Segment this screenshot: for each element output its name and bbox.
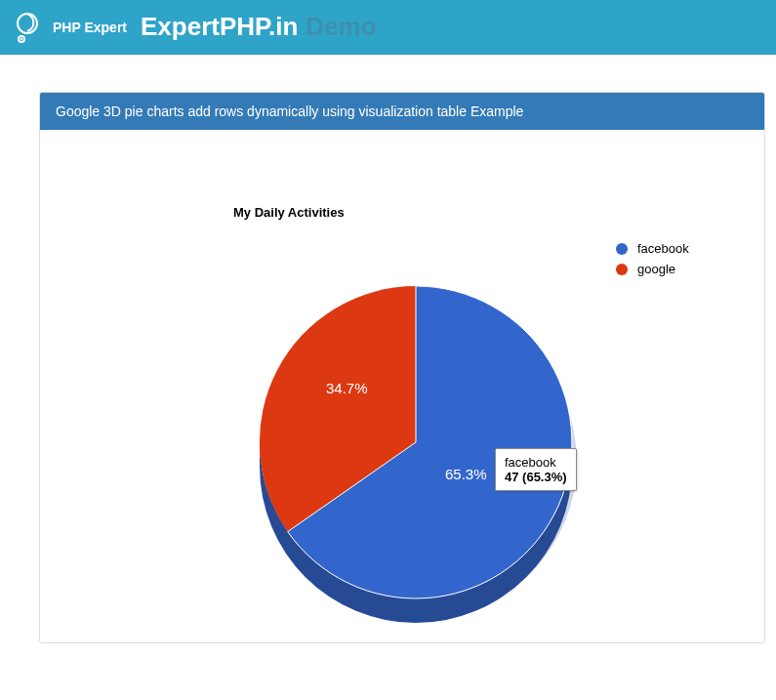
tooltip-value: 47 (65.3%) [505,470,567,484]
panel-body: My Daily Activities [40,130,764,642]
site-subtitle: Demo [306,12,376,42]
legend-item-google[interactable]: google [616,262,689,276]
page-content: Google 3D pie charts add rows dynamicall… [0,55,776,643]
php-expert-head-icon [10,10,45,45]
legend-swatch-icon [616,243,628,255]
chart-title: My Daily Activities [233,205,345,220]
svg-point-2 [20,37,22,39]
legend-item-facebook[interactable]: facebook [616,241,689,256]
chart-legend: facebook google [616,241,689,282]
panel-title: Google 3D pie charts add rows dynamicall… [40,93,764,130]
pie-chart[interactable]: 34.7% 65.3% [255,247,577,569]
example-panel: Google 3D pie charts add rows dynamicall… [39,92,765,643]
legend-label: facebook [637,241,689,256]
legend-label: google [637,262,675,276]
slice-label-red: 34.7% [326,380,368,396]
legend-swatch-icon [616,264,628,275]
chart-tooltip: facebook 47 (65.3%) [495,448,577,491]
site-title[interactable]: ExpertPHP.in [141,12,298,42]
logo-text: PHP Expert [53,20,127,35]
top-bar: PHP Expert ExpertPHP.in Demo [0,0,776,55]
slice-label-blue: 65.3% [445,466,487,482]
tooltip-name: facebook [505,455,567,470]
logo-area: PHP Expert [10,10,127,45]
